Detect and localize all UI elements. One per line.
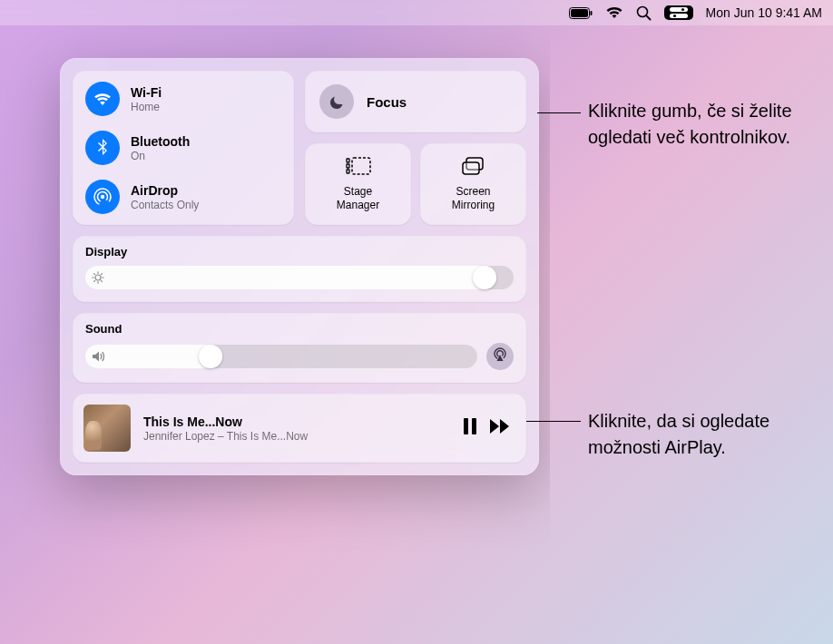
svg-rect-17 [463,162,479,174]
airdrop-status: Contacts Only [131,199,199,211]
svg-point-6 [681,8,683,11]
display-panel: Display [73,236,526,302]
menubar-datetime[interactable]: Mon Jun 10 9:41 AM [706,5,822,20]
svg-rect-29 [464,418,468,434]
display-label: Display [85,245,514,259]
svg-point-11 [101,195,104,199]
focus-button[interactable]: Focus [305,71,526,132]
svg-rect-5 [670,7,688,12]
sound-panel: Sound [73,313,526,383]
now-playing-panel[interactable]: This Is Me...Now Jennifer Lopez – This I… [73,394,526,463]
svg-point-8 [672,15,675,17]
svg-rect-14 [347,170,349,173]
screen-mirroring-icon [461,157,486,181]
svg-rect-12 [347,159,349,162]
svg-line-23 [94,274,95,275]
track-subtitle: Jennifer Lopez – This Is Me...Now [143,430,450,443]
brightness-icon [92,271,104,284]
stage-manager-label: Stage Manager [337,185,379,211]
pause-button[interactable] [463,418,477,438]
connectivity-group: Wi-Fi Home Bluetooth On AirDrop [73,71,294,225]
focus-label: Focus [367,94,407,110]
svg-rect-2 [590,11,592,15]
airplay-icon [492,347,508,366]
svg-line-24 [101,280,102,281]
wifi-label: Wi-Fi [131,85,162,100]
bluetooth-icon [85,131,120,165]
callout-line-airplay [526,421,581,422]
sound-label: Sound [85,322,514,336]
control-center-panel: Wi-Fi Home Bluetooth On AirDrop [60,58,539,475]
svg-rect-13 [347,164,349,168]
svg-point-18 [95,275,101,280]
screen-mirroring-button[interactable]: Screen Mirroring [420,143,526,225]
stage-manager-icon [346,157,371,181]
bluetooth-status: On [131,150,190,162]
wifi-icon [85,82,120,116]
screen-mirroring-label: Screen Mirroring [452,185,495,211]
svg-rect-7 [670,14,688,18]
callout-line-focus [537,112,581,113]
wifi-menubar-icon[interactable] [605,6,623,19]
menubar: Mon Jun 10 9:41 AM [0,0,833,25]
callout-focus: Kliknite gumb, če si želite ogledati več… [588,98,815,151]
wifi-status: Home [131,101,162,113]
svg-line-25 [94,280,95,281]
moon-icon [319,84,354,119]
svg-line-4 [646,15,650,19]
svg-rect-30 [472,418,476,434]
airdrop-label: AirDrop [131,183,199,198]
desktop-area: Wi-Fi Home Bluetooth On AirDrop [0,25,550,644]
bluetooth-toggle[interactable]: Bluetooth On [85,131,281,165]
svg-rect-15 [352,158,370,174]
secondary-controls: Stage Manager Screen Mirroring [305,143,526,225]
svg-rect-1 [571,9,588,17]
display-slider[interactable] [85,266,514,289]
sound-slider[interactable] [85,345,477,368]
wifi-toggle[interactable]: Wi-Fi Home [85,82,281,116]
airdrop-icon [85,180,120,214]
airplay-audio-button[interactable] [486,343,514,370]
album-art [83,405,131,452]
track-title: This Is Me...Now [143,415,450,429]
next-track-button[interactable] [490,419,510,437]
speaker-icon [92,350,106,363]
callout-airplay: Kliknite, da si ogledate možnosti AirPla… [588,408,815,461]
control-center-menubar-icon[interactable] [664,5,693,20]
bluetooth-label: Bluetooth [131,134,190,149]
battery-icon[interactable] [569,7,593,19]
airdrop-toggle[interactable]: AirDrop Contacts Only [85,180,281,214]
search-menubar-icon[interactable] [636,5,652,21]
stage-manager-button[interactable]: Stage Manager [305,143,411,225]
svg-line-26 [101,274,102,275]
